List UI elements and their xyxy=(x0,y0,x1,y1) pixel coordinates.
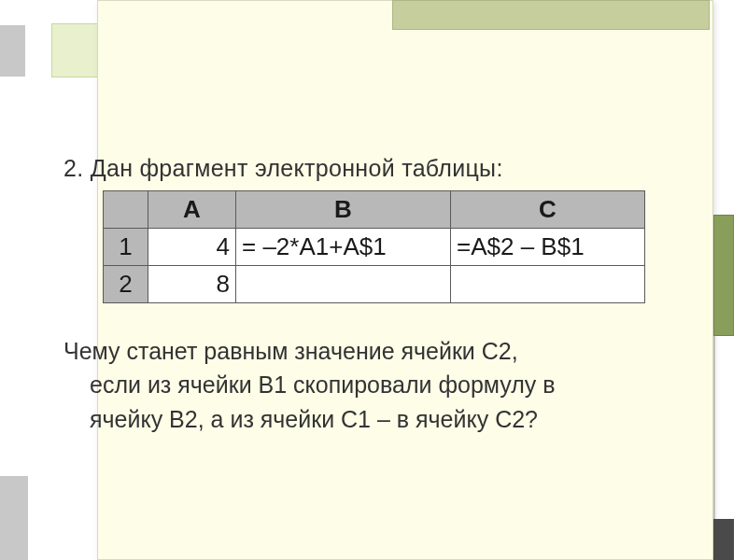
cell-C2 xyxy=(451,266,645,303)
row-header-2: 2 xyxy=(104,266,148,303)
slide-canvas: 2. Дан фрагмент электронной таблицы: A B… xyxy=(0,0,747,560)
decorative-green-square xyxy=(51,23,98,77)
col-header-C: C xyxy=(451,191,645,229)
decorative-dark-rect-br xyxy=(713,519,734,560)
table-row: 2 8 xyxy=(104,266,645,303)
table-row: 1 4 = –2*A1+A$1 =A$2 – B$1 xyxy=(104,229,645,266)
row-header-1: 1 xyxy=(104,229,148,266)
question-line-2: если из ячейки В1 скопировали формулу в xyxy=(63,368,661,401)
ruler-tick-top xyxy=(0,25,25,77)
question-body-text: Чему станет равным значение ячейки С2, е… xyxy=(63,334,661,436)
ruler-tick-bottom xyxy=(0,476,28,560)
table-header-row: A B C xyxy=(104,191,645,229)
question-line-3: ячейку В2, а из ячейки С1 – в ячейку С2? xyxy=(63,402,661,436)
question-line-1: Чему станет равным значение ячейки С2, xyxy=(63,338,518,364)
cell-A2: 8 xyxy=(148,266,236,303)
question-intro-text: 2. Дан фрагмент электронной таблицы: xyxy=(63,155,503,182)
cell-A1: 4 xyxy=(148,229,236,266)
cell-B1: = –2*A1+A$1 xyxy=(236,229,451,266)
col-header-B: B xyxy=(236,191,451,229)
col-header-A: A xyxy=(148,191,236,229)
decorative-olive-strip-right xyxy=(713,215,734,336)
cell-C1: =A$2 – B$1 xyxy=(451,229,645,266)
cell-B2 xyxy=(236,266,451,303)
table-corner-cell xyxy=(104,191,148,229)
decorative-olive-bar-top xyxy=(392,0,710,30)
spreadsheet-fragment-table: A B C 1 4 = –2*A1+A$1 =A$2 – B$1 2 8 xyxy=(103,190,645,303)
